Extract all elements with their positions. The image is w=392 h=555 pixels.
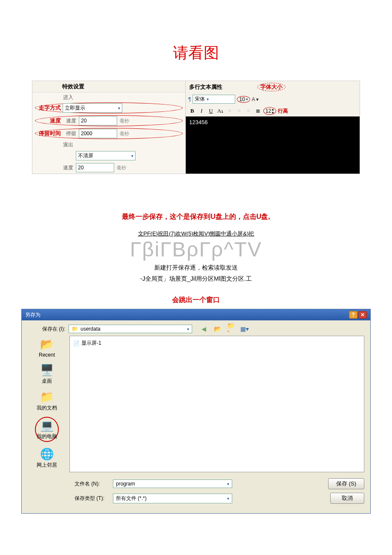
subscript-button[interactable]: A₁: [216, 108, 224, 114]
stay-input[interactable]: [79, 129, 117, 138]
big-gray-text: ΓβiΓΒρΓρ^TV: [0, 239, 392, 260]
sidebar-item-documents[interactable]: 📁 我的文档: [37, 390, 57, 412]
save-as-dialog: 另存为 ? ✕ 保存在 (I): 📁 userdata ▾ ◀ 📂 📁* ▦▾ …: [21, 309, 371, 514]
align-center-icon[interactable]: ≡: [235, 108, 243, 114]
filename-input[interactable]: program ▾: [113, 479, 232, 488]
close-button[interactable]: ✕: [358, 311, 367, 319]
exit-select-row: 不清屏 ▾: [32, 150, 185, 162]
text-props-header: 多行文本属性 字体大小: [186, 81, 360, 93]
line-height-input[interactable]: 12 ▴▾: [263, 107, 276, 115]
stay-label: 停留: [63, 130, 76, 137]
list-icon[interactable]: ≣: [254, 108, 262, 114]
file-icon: 📄: [73, 340, 80, 346]
chevron-down-icon: ▾: [131, 154, 133, 158]
help-button[interactable]: ?: [349, 311, 357, 319]
enter-label-row: 进入: [32, 93, 185, 102]
underline-button[interactable]: U: [207, 108, 215, 114]
speed-unit: 毫秒: [120, 118, 129, 124]
places-sidebar: 📂 Recent 🖥️ 桌面 📁 我的文档 💻 我的电脑 🌐 网上邻居: [28, 336, 66, 472]
filename-label: 文件名 (N):: [75, 480, 109, 488]
dialog-bottom: 文件名 (N): program ▾ 保存 (S) 保存类型 (T): 所有文件…: [22, 476, 370, 513]
computer-icon: 💻: [39, 418, 55, 432]
toolbar-text-line: 新建打开保存逐，检索读取发送: [0, 264, 392, 272]
folder-icon: 📁: [72, 326, 78, 332]
sidebar-item-network[interactable]: 🌐 网上邻居: [37, 447, 57, 469]
bold-button[interactable]: B: [188, 108, 196, 114]
exit-label-row: 退出: [32, 140, 185, 150]
recent-icon: 📂: [39, 337, 55, 351]
list-item[interactable]: 📄 显示屏-1: [72, 339, 361, 348]
back-icon[interactable]: ◀: [200, 325, 208, 333]
chevron-down-icon: ▾: [118, 106, 120, 110]
scroll-mode-select[interactable]: 立即显示 ▾: [63, 103, 122, 113]
caption-save-usb: 最终一步保存，这个是保存到U盘上的，点击U盘,: [0, 212, 392, 221]
dialog-main: 📂 Recent 🖥️ 桌面 📁 我的文档 💻 我的电脑 🌐 网上邻居: [22, 336, 370, 476]
chevron-down-icon: ▾: [246, 97, 248, 102]
menu-text-line: 文PF(E)祝田(7)欢W(5)枚闻V)恻圆中通小屏&)祀: [0, 230, 392, 238]
save-button[interactable]: 保存 (S): [328, 478, 364, 489]
speed-label: 速度: [63, 117, 76, 125]
sidebar-item-my-computer[interactable]: 💻 我的电脑: [35, 417, 59, 442]
italic-button[interactable]: I: [198, 108, 205, 114]
line-height-label: 行高: [278, 108, 288, 115]
effects-header: 特效设置: [32, 81, 185, 93]
dialog-title-text: 另存为: [25, 311, 40, 319]
stay-unit: 毫秒: [120, 131, 129, 137]
speed-row: 速度 速度 毫秒: [35, 115, 183, 126]
font-select[interactable]: 宋体 ▾: [193, 95, 235, 104]
filetype-select[interactable]: 所有文件 (*.*) ▾: [113, 494, 232, 503]
page-title: 请看图: [0, 43, 392, 64]
speed2-label: 速度: [60, 164, 73, 171]
scroll-mode-label: 走字方式: [37, 104, 61, 112]
desktop-icon: 🖥️: [39, 363, 55, 377]
text-preview[interactable]: 123456: [186, 116, 360, 174]
sidebar-item-recent[interactable]: 📂 Recent: [39, 337, 55, 358]
speed-input[interactable]: [79, 116, 117, 125]
scroll-mode-row: 走字方式 立即显示 ▾: [35, 102, 183, 113]
align-left-icon[interactable]: ≡: [226, 108, 233, 114]
filetype-row: 保存类型 (T): 所有文件 (*.*) ▾ 取消: [28, 493, 364, 504]
exit-label: 退出: [60, 141, 73, 148]
right-panel: 多行文本属性 字体大小 ¶ 宋体 ▾ 10 ▾ A ▾ B I U A₁ ≡ ≡…: [186, 81, 360, 174]
font-toolbar: ¶ 宋体 ▾ 10 ▾ A ▾: [186, 93, 360, 105]
stay-label-red: 停留时间: [37, 130, 61, 137]
save-in-select[interactable]: 📁 userdata ▾: [69, 325, 192, 333]
speed-label-red: 速度: [37, 117, 61, 125]
chevron-down-icon: ▾: [227, 482, 229, 486]
dialog-titlebar: 另存为 ? ✕: [22, 309, 370, 320]
sidebar-item-desktop[interactable]: 🖥️ 桌面: [39, 363, 55, 385]
exit-select[interactable]: 不清屏 ▾: [76, 151, 135, 160]
settings-panel: 特效设置 进入 走字方式 立即显示 ▾ 速度 速度 毫秒 停留时间 停留 毫秒 …: [32, 81, 360, 174]
chevron-down-icon: ▾: [227, 496, 229, 501]
new-folder-icon[interactable]: 📁*: [227, 325, 235, 333]
filetype-label: 保存类型 (T):: [75, 495, 109, 502]
stay-row: 停留时间 停留 毫秒: [35, 128, 183, 139]
font-size-select[interactable]: 10 ▾: [237, 96, 250, 103]
cancel-button[interactable]: 取消: [330, 493, 364, 504]
caption-popup: 会跳出一个窗口: [0, 296, 392, 305]
view-icon[interactable]: ▦▾: [241, 325, 248, 333]
tabs-text-line: -J全局页」场景页_Jil用分区Ml图文分区.工: [0, 275, 392, 283]
text-icon: ¶: [188, 96, 191, 102]
format-toolbar: B I U A₁ ≡ ≡ ≡ ≣ 12 ▴▾ 行高: [186, 105, 360, 116]
chevron-down-icon: ▾: [207, 97, 209, 102]
enter-label: 进入: [60, 94, 73, 101]
save-in-label: 保存在 (I):: [28, 325, 65, 333]
left-panel: 特效设置 进入 走字方式 立即显示 ▾ 速度 速度 毫秒 停留时间 停留 毫秒 …: [32, 81, 186, 174]
speed2-input[interactable]: [76, 163, 114, 172]
align-right-icon[interactable]: ≡: [245, 108, 252, 114]
speed2-row: 速度 毫秒: [32, 162, 185, 174]
up-icon[interactable]: 📂: [213, 325, 221, 333]
save-in-row: 保存在 (I): 📁 userdata ▾ ◀ 📂 📁* ▦▾: [22, 320, 370, 336]
chevron-down-icon: ▾: [187, 327, 189, 331]
network-icon: 🌐: [39, 447, 55, 461]
font-size-header: 字体大小: [257, 83, 285, 91]
spinner-icon: ▴▾: [272, 108, 274, 114]
filename-row: 文件名 (N): program ▾ 保存 (S): [28, 478, 364, 489]
font-color-button[interactable]: A ▾: [252, 96, 259, 102]
documents-icon: 📁: [39, 390, 55, 404]
file-list[interactable]: 📄 显示屏-1: [69, 336, 364, 472]
speed2-unit: 毫秒: [117, 165, 126, 171]
